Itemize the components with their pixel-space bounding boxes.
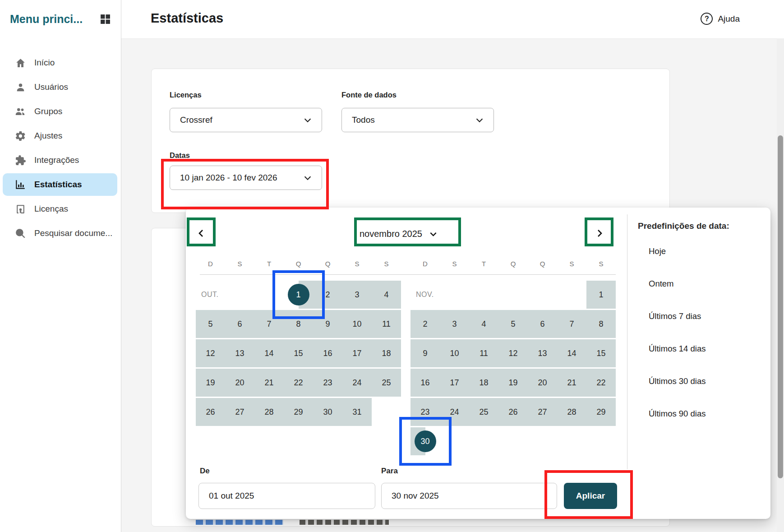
calendar-day[interactable]: 25 <box>372 369 401 397</box>
calendar-day[interactable]: 20 <box>528 369 557 397</box>
calendar-day[interactable]: 21 <box>254 369 284 397</box>
datas-select[interactable]: 10 jan 2026 - 10 fev 2026 <box>170 166 322 190</box>
calendar-day[interactable]: 17 <box>342 339 372 367</box>
calendar-day[interactable]: 13 <box>225 339 254 367</box>
calendar-day[interactable]: 26 <box>196 398 225 426</box>
calendar-day[interactable]: 18 <box>372 339 401 367</box>
calendar-day[interactable]: 2 <box>410 310 440 338</box>
calendar-day[interactable]: 16 <box>313 339 342 367</box>
preset-ultimos-90-dias[interactable]: Últimos 90 dias <box>649 409 706 419</box>
calendar-day[interactable]: 29 <box>284 398 313 426</box>
calendar-day[interactable]: 7 <box>557 310 586 338</box>
weekday-header: T <box>260 260 278 268</box>
calendar-day[interactable]: 14 <box>557 339 586 367</box>
calendar-day[interactable]: 27 <box>225 398 254 426</box>
next-month-button[interactable] <box>590 223 609 243</box>
licencas-value: Crossref <box>180 115 212 125</box>
calendar-day[interactable]: 8 <box>586 310 616 338</box>
preset-ultimos-30-dias[interactable]: Últimos 30 dias <box>649 376 706 386</box>
calendar-day[interactable]: 17 <box>440 369 469 397</box>
calendar-day[interactable]: 30 <box>313 398 342 426</box>
preset-ultimos-7-dias[interactable]: Últimos 7 dias <box>649 311 701 321</box>
sidebar-item-inicio[interactable]: Início <box>3 51 117 74</box>
calendar-day[interactable]: 23 <box>313 369 342 397</box>
month-abbr-label: OUT. <box>201 291 218 299</box>
calendar-day[interactable]: 19 <box>498 369 528 397</box>
calendar-day[interactable]: 3 <box>342 281 372 309</box>
calendar-day[interactable]: 6 <box>225 310 254 338</box>
sidebar-item-label: Estatísticas <box>34 180 82 190</box>
preset-ontem[interactable]: Ontem <box>649 279 674 289</box>
calendar-day[interactable]: 4 <box>372 281 401 309</box>
calendar-day[interactable]: 10 <box>342 310 372 338</box>
calendar-day[interactable]: 13 <box>528 339 557 367</box>
calendar-day[interactable]: 18 <box>469 369 498 397</box>
calendar-day[interactable]: 28 <box>254 398 284 426</box>
sidebar-item-estatisticas[interactable]: Estatísticas <box>3 173 117 196</box>
apply-button[interactable]: Aplicar <box>564 483 617 509</box>
calendar-day[interactable]: 11 <box>372 310 401 338</box>
calendar-day[interactable]: 22 <box>284 369 313 397</box>
calendar-day[interactable]: 15 <box>586 339 616 367</box>
calendar-day[interactable]: 15 <box>284 339 313 367</box>
scrollbar-thumb[interactable] <box>778 135 783 478</box>
sidebar-item-label: Licenças <box>34 204 68 214</box>
calendar-day[interactable]: 11 <box>469 339 498 367</box>
calendar-day[interactable]: 21 <box>557 369 586 397</box>
calendar-day[interactable]: 26 <box>498 398 528 426</box>
chevron-down-icon <box>475 115 484 125</box>
scrollbar-track[interactable] <box>777 38 784 532</box>
calendar-day[interactable]: 9 <box>313 310 342 338</box>
de-input[interactable]: 01 out 2025 <box>198 483 375 509</box>
calendar-day[interactable]: 2 <box>313 281 342 309</box>
preset-hoje[interactable]: Hoje <box>649 246 666 256</box>
para-input[interactable]: 30 nov 2025 <box>381 483 557 509</box>
calendar-day[interactable]: 14 <box>254 339 284 367</box>
calendar-day[interactable]: 23 <box>410 398 440 426</box>
calendar-day[interactable]: 1 <box>284 281 313 309</box>
calendar-day[interactable]: 8 <box>284 310 313 338</box>
calendar-day[interactable]: 28 <box>557 398 586 426</box>
calendar-day[interactable]: 5 <box>498 310 528 338</box>
calendar-day[interactable]: 1 <box>586 281 616 309</box>
sidebar-item-licencas[interactable]: Licenças <box>3 198 117 220</box>
licencas-select[interactable]: Crossref <box>170 108 322 132</box>
calendar-day[interactable]: 22 <box>586 369 616 397</box>
calendar-day[interactable]: 25 <box>469 398 498 426</box>
apps-grid-icon[interactable] <box>100 14 111 25</box>
de-label: De <box>200 467 210 476</box>
calendar-day[interactable]: 27 <box>528 398 557 426</box>
calendar-day[interactable]: 12 <box>196 339 225 367</box>
calendar-day[interactable]: 19 <box>196 369 225 397</box>
chevron-down-icon <box>303 115 313 125</box>
calendar-day[interactable]: 20 <box>225 369 254 397</box>
sidebar-item-label: Ajustes <box>34 131 62 141</box>
sidebar-item-usuarios[interactable]: Usuários <box>3 76 117 98</box>
sidebar-item-pesquisar-documentos[interactable]: Pesquisar docume... <box>3 222 117 245</box>
sidebar-item-integracoes[interactable]: Integrações <box>3 149 117 171</box>
calendar-day[interactable]: 6 <box>528 310 557 338</box>
sidebar-item-grupos[interactable]: Grupos <box>3 100 117 123</box>
calendar-day[interactable]: 4 <box>469 310 498 338</box>
calendar-day[interactable]: 3 <box>440 310 469 338</box>
calendar-day[interactable]: 12 <box>498 339 528 367</box>
calendar-day[interactable]: 5 <box>196 310 225 338</box>
calendar-day[interactable]: 9 <box>410 339 440 367</box>
month-year-select[interactable]: novembro 2025 <box>360 225 438 243</box>
calendar-day[interactable]: 31 <box>342 398 372 426</box>
calendar-day[interactable]: 29 <box>586 398 616 426</box>
chevron-down-icon <box>429 229 438 239</box>
preset-ultimos-14-dias[interactable]: Últimos 14 dias <box>649 344 706 354</box>
sidebar-item-ajustes[interactable]: Ajustes <box>3 125 117 147</box>
calendar-day[interactable]: 16 <box>410 369 440 397</box>
help-button[interactable]: ? Ajuda <box>701 13 740 25</box>
clipped-text-fragment <box>300 520 389 525</box>
previous-month-button[interactable] <box>191 223 211 243</box>
calendar-day[interactable]: 24 <box>342 369 372 397</box>
month-abbr-label: NOV. <box>416 291 434 299</box>
calendar-day[interactable]: 10 <box>440 339 469 367</box>
calendar-day[interactable]: 30 <box>410 427 440 455</box>
fonte-select[interactable]: Todos <box>341 108 494 132</box>
calendar-day[interactable]: 7 <box>254 310 284 338</box>
calendar-day[interactable]: 24 <box>440 398 469 426</box>
